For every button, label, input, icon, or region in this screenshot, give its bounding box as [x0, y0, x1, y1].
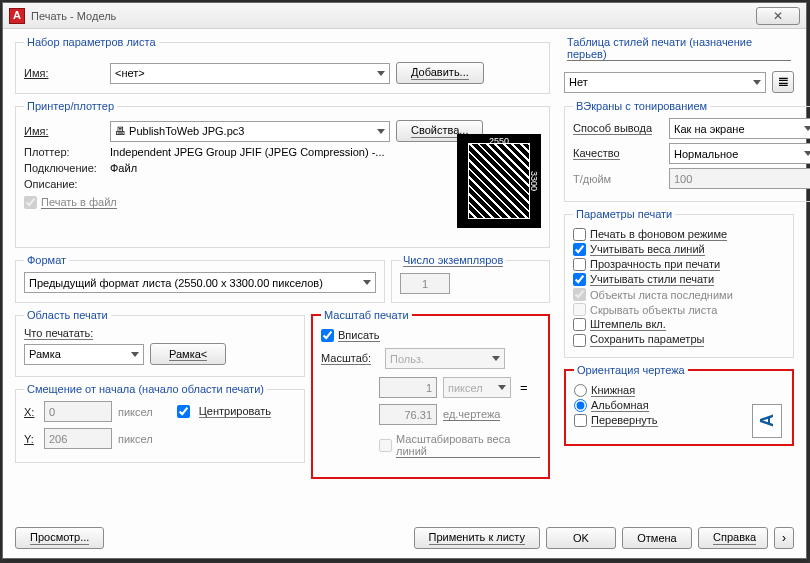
plot-scale-legend: Масштаб печати [321, 309, 412, 321]
offset-x-label: X: [24, 406, 38, 418]
paper-size-group: Формат Предыдущий формат листа (2550.00 … [15, 254, 385, 303]
plot-dialog: A Печать - Модель ✕ Набор параметров лис… [2, 2, 807, 559]
landscape-radio[interactable] [574, 399, 587, 412]
printer-group: Принтер/плоттер Имя: 🖶 PublishToWeb JPG.… [15, 100, 550, 248]
opt-hide-label: Скрывать объекты листа [590, 304, 717, 316]
copies-input [400, 273, 450, 294]
plot-area-group: Область печати Что печатать: Рамка Рамка… [15, 309, 305, 377]
plotter-value: Independent JPEG Group JFIF (JPEG Compre… [110, 146, 385, 158]
dialog-content: Набор параметров листа Имя: <нет> Добави… [15, 36, 794, 516]
help-button[interactable]: Справка [698, 527, 768, 549]
print-to-file-checkbox [24, 196, 37, 209]
opt-save-checkbox[interactable] [573, 334, 586, 347]
dpi-label: Т/дюйм [573, 173, 663, 185]
fit-label: Вписать [338, 329, 380, 342]
center-checkbox[interactable] [177, 405, 190, 418]
opt-transp-checkbox[interactable] [573, 258, 586, 271]
orientation-legend: Ориентация чертежа [574, 364, 688, 376]
shaded-legend: ВЭкраны с тонированием [573, 100, 710, 112]
offset-group: Смещение от начала (начало области печат… [15, 383, 305, 463]
portrait-radio[interactable] [574, 384, 587, 397]
plotter-label: Плоттер: [24, 146, 104, 158]
paper-size-select[interactable]: Предыдущий формат листа (2550.00 x 3300.… [24, 272, 376, 293]
plot-styles-legend: Таблица стилей печати (назначение перьев… [564, 36, 794, 61]
plot-options-group: Параметры печати Печать в фоновом режиме… [564, 208, 794, 358]
orientation-icon: A [752, 404, 782, 438]
upside-label: Перевернуть [591, 414, 658, 427]
quality-select[interactable]: Нормальное [669, 143, 810, 164]
connection-label: Подключение: [24, 162, 104, 174]
apply-button[interactable]: Применить к листу [414, 527, 541, 549]
bottom-button-bar: Просмотр... Применить к листу OK Отмена … [15, 526, 794, 550]
copies-group: Число экземпляров [391, 254, 550, 303]
drawing-units-label: ед.чертежа [443, 408, 500, 421]
opt-last-label: Объекты листа последними [590, 289, 733, 301]
plot-style-edit-icon[interactable]: 𝌆 [772, 71, 794, 93]
opt-transp-label: Прозрачность при печати [590, 258, 720, 271]
scale-lw-checkbox [379, 439, 392, 452]
offset-y-input [44, 428, 112, 449]
opt-stamp-label: Штемпель вкл. [590, 318, 666, 331]
orientation-group: Ориентация чертежа Книжная Альбомная Пер… [564, 364, 794, 446]
offset-y-unit: пиксел [118, 433, 153, 445]
plot-scale-group: Масштаб печати Вписать Масштаб: Польз. [311, 309, 550, 479]
add-pageset-button[interactable]: Добавить... [396, 62, 484, 84]
opt-last-checkbox [573, 288, 586, 301]
fit-checkbox[interactable] [321, 329, 334, 342]
portrait-label: Книжная [591, 384, 635, 397]
ok-button[interactable]: OK [546, 527, 616, 549]
plot-style-select[interactable]: Нет [564, 72, 766, 93]
center-label: Центрировать [199, 405, 271, 418]
page-setup-legend: Набор параметров листа [24, 36, 159, 48]
copies-legend: Число экземпляров [400, 254, 506, 267]
cancel-button[interactable]: Отмена [622, 527, 692, 549]
preview-height: 3300 [529, 134, 539, 228]
dpi-input [669, 168, 810, 189]
paper-preview: 2550 3300 [457, 134, 541, 228]
plot-options-legend: Параметры печати [573, 208, 675, 220]
titlebar: A Печать - Модель ✕ [3, 3, 806, 29]
opt-stamp-checkbox[interactable] [573, 318, 586, 331]
upside-checkbox[interactable] [574, 414, 587, 427]
landscape-label: Альбомная [591, 399, 649, 412]
window-pick-button[interactable]: Рамка< [150, 343, 226, 365]
opt-hide-checkbox [573, 303, 586, 316]
pageset-name-select[interactable]: <нет> [110, 63, 390, 84]
opt-lw-label: Учитывать веса линий [590, 243, 705, 256]
offset-x-input [44, 401, 112, 422]
plot-area-legend: Область печати [24, 309, 111, 321]
page-setup-group: Набор параметров листа Имя: <нет> Добави… [15, 36, 550, 94]
app-icon: A [9, 8, 25, 24]
pageset-name-label: Имя: [24, 67, 104, 79]
opt-styles-label: Учитывать стили печати [590, 273, 714, 286]
shade-method-label: Способ вывода [573, 122, 663, 135]
scale-lw-label: Масштабировать веса линий [396, 433, 540, 458]
what-plot-label: Что печатать: [24, 327, 93, 339]
printer-name-select[interactable]: 🖶 PublishToWeb JPG.pc3 [110, 121, 390, 142]
window-title: Печать - Модель [31, 3, 116, 29]
what-plot-select[interactable]: Рамка [24, 344, 144, 365]
print-to-file-label: Печать в файл [41, 196, 117, 209]
offset-x-unit: пиксел [118, 406, 153, 418]
quality-label: Качество [573, 147, 663, 160]
paper-size-legend: Формат [24, 254, 69, 266]
offset-legend: Смещение от начала (начало области печат… [24, 383, 267, 395]
expand-icon[interactable]: › [774, 527, 794, 549]
opt-save-label: Сохранить параметры [590, 333, 704, 346]
opt-bg-checkbox[interactable] [573, 228, 586, 241]
preview-button[interactable]: Просмотр... [15, 527, 104, 549]
opt-styles-checkbox[interactable] [573, 273, 586, 286]
printer-legend: Принтер/плоттер [24, 100, 117, 112]
close-button[interactable]: ✕ [756, 7, 800, 25]
scale-select: Польз. [385, 348, 505, 369]
opt-bg-label: Печать в фоновом режиме [590, 228, 727, 241]
offset-y-label: Y: [24, 433, 38, 445]
drawing-units-input [379, 404, 437, 425]
shade-method-select[interactable]: Как на экране [669, 118, 810, 139]
scale-num-input [379, 377, 437, 398]
scale-label: Масштаб: [321, 352, 379, 365]
shaded-viewport-group: ВЭкраны с тонированием Способ вывода Как… [564, 100, 810, 202]
opt-lw-checkbox[interactable] [573, 243, 586, 256]
equals-sign: = [517, 380, 531, 395]
scale-unit-select: пиксел [443, 377, 511, 398]
